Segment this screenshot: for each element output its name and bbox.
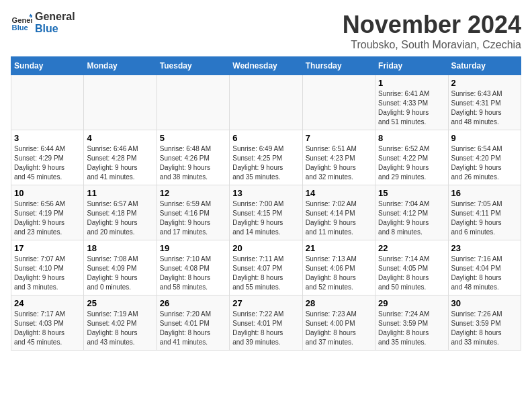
day-cell: 16Sunrise: 7:05 AM Sunset: 4:11 PM Dayli… — [448, 185, 521, 240]
day-cell: 10Sunrise: 6:56 AM Sunset: 4:19 PM Dayli… — [11, 185, 84, 240]
day-detail: Sunrise: 6:54 AM Sunset: 4:20 PM Dayligh… — [451, 144, 518, 182]
week-row-5: 24Sunrise: 7:17 AM Sunset: 4:03 PM Dayli… — [11, 295, 521, 351]
title-section: November 2024 Troubsko, South Moravian, … — [343, 11, 521, 51]
day-cell: 18Sunrise: 7:08 AM Sunset: 4:09 PM Dayli… — [84, 240, 157, 295]
day-detail: Sunrise: 7:16 AM Sunset: 4:04 PM Dayligh… — [451, 255, 518, 292]
day-cell: 28Sunrise: 7:23 AM Sunset: 4:00 PM Dayli… — [302, 295, 375, 351]
day-number: 20 — [232, 243, 299, 253]
day-number: 25 — [87, 298, 153, 308]
day-cell: 13Sunrise: 7:00 AM Sunset: 4:15 PM Dayli… — [230, 185, 302, 240]
day-cell: 4Sunrise: 6:46 AM Sunset: 4:28 PM Daylig… — [84, 130, 157, 185]
day-detail: Sunrise: 7:20 AM Sunset: 4:01 PM Dayligh… — [160, 310, 226, 347]
day-cell: 15Sunrise: 7:04 AM Sunset: 4:12 PM Dayli… — [375, 185, 448, 240]
day-detail: Sunrise: 7:17 AM Sunset: 4:03 PM Dayligh… — [14, 310, 81, 347]
day-number: 1 — [378, 78, 445, 88]
day-number: 22 — [378, 243, 445, 253]
logo-line1: General — [35, 11, 75, 23]
day-detail: Sunrise: 7:11 AM Sunset: 4:07 PM Dayligh… — [232, 255, 299, 292]
day-number: 12 — [160, 188, 226, 198]
day-detail: Sunrise: 7:24 AM Sunset: 3:59 PM Dayligh… — [378, 310, 445, 347]
day-cell: 9Sunrise: 6:54 AM Sunset: 4:20 PM Daylig… — [448, 130, 521, 185]
day-detail: Sunrise: 7:02 AM Sunset: 4:14 PM Dayligh… — [306, 199, 372, 237]
day-cell: 6Sunrise: 6:49 AM Sunset: 4:25 PM Daylig… — [230, 130, 302, 185]
day-detail: Sunrise: 6:52 AM Sunset: 4:22 PM Dayligh… — [378, 144, 445, 182]
calendar-subtitle: Troubsko, South Moravian, Czechia — [343, 39, 521, 51]
day-cell: 25Sunrise: 7:19 AM Sunset: 4:02 PM Dayli… — [84, 295, 157, 351]
day-cell: 29Sunrise: 7:24 AM Sunset: 3:59 PM Dayli… — [375, 295, 448, 351]
day-detail: Sunrise: 6:51 AM Sunset: 4:23 PM Dayligh… — [306, 144, 372, 182]
day-number: 15 — [378, 188, 445, 198]
day-number: 9 — [451, 133, 518, 143]
day-number: 29 — [378, 298, 445, 308]
day-detail: Sunrise: 7:00 AM Sunset: 4:15 PM Dayligh… — [232, 199, 299, 237]
week-row-4: 17Sunrise: 7:07 AM Sunset: 4:10 PM Dayli… — [11, 240, 521, 295]
day-number: 11 — [87, 188, 153, 198]
day-detail: Sunrise: 6:57 AM Sunset: 4:18 PM Dayligh… — [87, 199, 153, 237]
page-header: General Blue General Blue November 2024 … — [11, 11, 521, 51]
calendar-table: SundayMondayTuesdayWednesdayThursdayFrid… — [11, 56, 521, 351]
day-cell: 3Sunrise: 6:44 AM Sunset: 4:29 PM Daylig… — [11, 130, 84, 185]
day-detail: Sunrise: 6:56 AM Sunset: 4:19 PM Dayligh… — [14, 199, 81, 237]
weekday-header-row: SundayMondayTuesdayWednesdayThursdayFrid… — [11, 57, 521, 75]
day-cell — [11, 75, 84, 130]
day-cell: 27Sunrise: 7:22 AM Sunset: 4:01 PM Dayli… — [230, 295, 302, 351]
day-detail: Sunrise: 6:43 AM Sunset: 4:31 PM Dayligh… — [451, 89, 518, 127]
day-cell: 23Sunrise: 7:16 AM Sunset: 4:04 PM Dayli… — [448, 240, 521, 295]
logo-line2: Blue — [35, 23, 75, 35]
day-cell: 19Sunrise: 7:10 AM Sunset: 4:08 PM Dayli… — [157, 240, 229, 295]
day-number: 6 — [232, 133, 299, 143]
day-number: 30 — [451, 298, 518, 308]
day-detail: Sunrise: 7:22 AM Sunset: 4:01 PM Dayligh… — [232, 310, 299, 347]
day-cell: 5Sunrise: 6:48 AM Sunset: 4:26 PM Daylig… — [157, 130, 229, 185]
day-detail: Sunrise: 7:04 AM Sunset: 4:12 PM Dayligh… — [378, 199, 445, 237]
weekday-header-saturday: Saturday — [448, 57, 521, 75]
day-number: 23 — [451, 243, 518, 253]
svg-text:General: General — [12, 16, 32, 24]
day-number: 24 — [14, 298, 81, 308]
weekday-header-sunday: Sunday — [11, 57, 84, 75]
day-detail: Sunrise: 7:19 AM Sunset: 4:02 PM Dayligh… — [87, 310, 153, 347]
day-number: 2 — [451, 78, 518, 88]
week-row-1: 1Sunrise: 6:41 AM Sunset: 4:33 PM Daylig… — [11, 75, 521, 130]
day-number: 8 — [378, 133, 445, 143]
logo: General Blue General Blue — [11, 11, 75, 34]
day-cell: 22Sunrise: 7:14 AM Sunset: 4:05 PM Dayli… — [375, 240, 448, 295]
day-cell — [84, 75, 157, 130]
day-detail: Sunrise: 7:14 AM Sunset: 4:05 PM Dayligh… — [378, 255, 445, 292]
day-number: 26 — [160, 298, 226, 308]
day-number: 4 — [87, 133, 153, 143]
day-number: 16 — [451, 188, 518, 198]
day-detail: Sunrise: 7:10 AM Sunset: 4:08 PM Dayligh… — [160, 255, 226, 292]
day-cell — [230, 75, 302, 130]
calendar-title: November 2024 — [343, 11, 521, 39]
day-cell: 21Sunrise: 7:13 AM Sunset: 4:06 PM Dayli… — [302, 240, 375, 295]
day-cell: 14Sunrise: 7:02 AM Sunset: 4:14 PM Dayli… — [302, 185, 375, 240]
week-row-3: 10Sunrise: 6:56 AM Sunset: 4:19 PM Dayli… — [11, 185, 521, 240]
day-number: 7 — [306, 133, 372, 143]
weekday-header-tuesday: Tuesday — [157, 57, 229, 75]
svg-text:Blue: Blue — [12, 24, 28, 32]
day-cell: 26Sunrise: 7:20 AM Sunset: 4:01 PM Dayli… — [157, 295, 229, 351]
day-detail: Sunrise: 6:41 AM Sunset: 4:33 PM Dayligh… — [378, 89, 445, 127]
weekday-header-monday: Monday — [84, 57, 157, 75]
day-cell: 20Sunrise: 7:11 AM Sunset: 4:07 PM Dayli… — [230, 240, 302, 295]
day-detail: Sunrise: 7:13 AM Sunset: 4:06 PM Dayligh… — [306, 255, 372, 292]
day-number: 17 — [14, 243, 81, 253]
day-cell: 11Sunrise: 6:57 AM Sunset: 4:18 PM Dayli… — [84, 185, 157, 240]
day-number: 13 — [232, 188, 299, 198]
day-cell: 12Sunrise: 6:59 AM Sunset: 4:16 PM Dayli… — [157, 185, 229, 240]
day-cell: 30Sunrise: 7:26 AM Sunset: 3:59 PM Dayli… — [448, 295, 521, 351]
day-detail: Sunrise: 7:23 AM Sunset: 4:00 PM Dayligh… — [306, 310, 372, 347]
day-number: 28 — [306, 298, 372, 308]
day-detail: Sunrise: 6:46 AM Sunset: 4:28 PM Dayligh… — [87, 144, 153, 182]
day-detail: Sunrise: 6:48 AM Sunset: 4:26 PM Dayligh… — [160, 144, 226, 182]
day-number: 10 — [14, 188, 81, 198]
weekday-header-friday: Friday — [375, 57, 448, 75]
day-detail: Sunrise: 7:08 AM Sunset: 4:09 PM Dayligh… — [87, 255, 153, 292]
day-number: 19 — [160, 243, 226, 253]
day-detail: Sunrise: 7:05 AM Sunset: 4:11 PM Dayligh… — [451, 199, 518, 237]
week-row-2: 3Sunrise: 6:44 AM Sunset: 4:29 PM Daylig… — [11, 130, 521, 185]
day-number: 27 — [232, 298, 299, 308]
day-detail: Sunrise: 6:49 AM Sunset: 4:25 PM Dayligh… — [232, 144, 299, 182]
day-number: 21 — [306, 243, 372, 253]
